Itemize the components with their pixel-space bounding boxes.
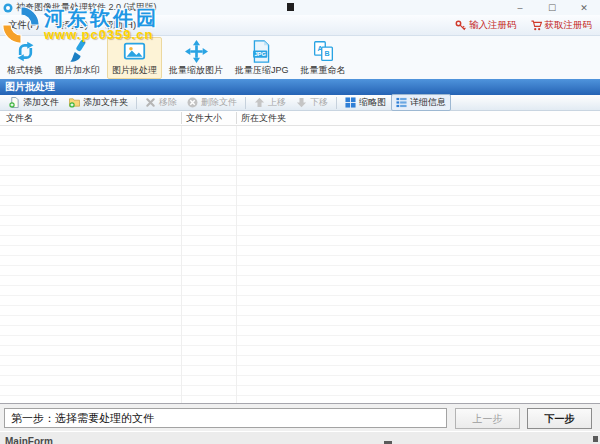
tool-batch-scale[interactable]: 批量缩放图片 bbox=[164, 37, 228, 79]
rename-letter-b: B bbox=[324, 50, 329, 57]
tool-label: 格式转换 bbox=[7, 64, 43, 77]
tool-compress-jpg[interactable]: JPG 批量压缩JPG bbox=[230, 37, 294, 79]
move-up-button[interactable]: 上移 bbox=[249, 94, 291, 111]
delete-file-button[interactable]: 删除文件 bbox=[182, 94, 242, 111]
key-icon bbox=[455, 20, 466, 31]
remove-button[interactable]: 移除 bbox=[140, 94, 182, 111]
column-gridline bbox=[181, 126, 182, 403]
jpg-badge-text: JPG bbox=[255, 51, 267, 57]
toolbar-separator bbox=[245, 97, 246, 109]
maximize-button[interactable]: ☐ bbox=[536, 0, 568, 15]
get-register-code-label: 获取注册码 bbox=[545, 19, 593, 32]
tool-label: 批量重命名 bbox=[301, 64, 346, 77]
minimize-button[interactable]: – bbox=[504, 0, 536, 15]
tool-format-convert[interactable]: 格式转换 bbox=[2, 37, 48, 79]
enter-register-code-link[interactable]: 输入注册码 bbox=[455, 19, 517, 32]
add-file-label: 添加文件 bbox=[23, 96, 59, 109]
previous-step-button[interactable]: 上一步 bbox=[455, 408, 520, 429]
background-window-title: MainForm bbox=[5, 435, 53, 444]
remove-icon bbox=[145, 97, 156, 108]
delete-file-icon bbox=[187, 97, 198, 108]
thumbnail-view-button[interactable]: 缩略图 bbox=[340, 94, 391, 111]
enter-register-code-label: 输入注册码 bbox=[469, 19, 517, 32]
batch-scale-icon bbox=[184, 40, 209, 63]
column-divider[interactable] bbox=[236, 112, 237, 124]
next-step-button[interactable]: 下一步 bbox=[527, 408, 592, 429]
thumbnail-view-label: 缩略图 bbox=[359, 96, 386, 109]
title-bar: 神奇图像批量处理软件 2.0 (试用版) – ☐ ✕ bbox=[0, 0, 600, 15]
format-convert-icon bbox=[13, 40, 38, 63]
move-down-button[interactable]: 下移 bbox=[291, 94, 333, 111]
register-area: 输入注册码 获取注册码 bbox=[455, 19, 592, 32]
toolbar-separator bbox=[136, 97, 137, 109]
section-header: 图片批处理 bbox=[0, 79, 600, 95]
move-up-label: 上移 bbox=[268, 96, 286, 109]
background-window-strip: MainForm bbox=[0, 431, 600, 444]
screenshot-artifact bbox=[593, 436, 598, 442]
batch-process-icon bbox=[122, 40, 147, 63]
wizard-bar: 第一步：选择需要处理的文件 上一步 下一步 bbox=[0, 403, 600, 431]
move-up-icon bbox=[254, 97, 265, 108]
column-divider[interactable] bbox=[181, 112, 182, 124]
batch-rename-icon: A B bbox=[311, 40, 336, 63]
cart-icon bbox=[531, 20, 542, 31]
move-down-icon bbox=[296, 97, 307, 108]
main-toolbar: 格式转换 图片加水印 图片批处理 批量缩 bbox=[0, 36, 600, 79]
file-list[interactable] bbox=[0, 126, 600, 403]
tool-batch-rename[interactable]: A B 批量重命名 bbox=[296, 37, 351, 79]
menu-bar: 文件(F) 转到(G) 帮助(H) 输入注册码 获取注册码 bbox=[0, 15, 600, 36]
menu-goto[interactable]: 转到(G) bbox=[47, 15, 96, 35]
app-window: 神奇图像批量处理软件 2.0 (试用版) – ☐ ✕ 文件(F) 转到(G) 帮… bbox=[0, 0, 600, 444]
close-button[interactable]: ✕ bbox=[568, 0, 600, 15]
tool-label: 批量缩放图片 bbox=[169, 64, 223, 77]
compress-jpg-icon: JPG bbox=[249, 40, 274, 63]
add-folder-button[interactable]: 添加文件夹 bbox=[64, 94, 133, 111]
move-down-label: 下移 bbox=[310, 96, 328, 109]
tool-label: 图片批处理 bbox=[112, 64, 157, 77]
add-file-icon bbox=[9, 97, 20, 108]
tool-label: 图片加水印 bbox=[55, 64, 100, 77]
toolbar-separator bbox=[336, 97, 337, 109]
add-folder-icon bbox=[69, 97, 80, 108]
details-view-button[interactable]: 详细信息 bbox=[391, 94, 451, 111]
thumbnail-view-icon bbox=[345, 97, 356, 108]
details-view-label: 详细信息 bbox=[410, 96, 446, 109]
menu-file[interactable]: 文件(F) bbox=[0, 15, 47, 35]
tool-add-watermark[interactable]: 图片加水印 bbox=[50, 37, 105, 79]
file-table-header: 文件名 文件大小 所在文件夹 bbox=[0, 111, 600, 126]
column-header-filesize[interactable]: 文件大小 bbox=[186, 111, 222, 125]
screenshot-artifact bbox=[287, 3, 294, 11]
column-gridline bbox=[236, 126, 237, 403]
column-header-filename[interactable]: 文件名 bbox=[6, 111, 33, 125]
add-file-button[interactable]: 添加文件 bbox=[4, 94, 64, 111]
tool-label: 批量压缩JPG bbox=[235, 64, 289, 77]
tool-batch-process[interactable]: 图片批处理 bbox=[107, 37, 162, 79]
column-header-folder[interactable]: 所在文件夹 bbox=[241, 111, 286, 125]
app-icon bbox=[3, 3, 13, 13]
file-toolbar: 添加文件 添加文件夹 移除 删除文件 bbox=[0, 95, 600, 111]
details-view-icon bbox=[396, 97, 407, 108]
get-register-code-link[interactable]: 获取注册码 bbox=[531, 19, 593, 32]
watermark-brush-icon bbox=[65, 40, 90, 63]
add-folder-label: 添加文件夹 bbox=[83, 96, 128, 109]
delete-file-label: 删除文件 bbox=[201, 96, 237, 109]
step-status-box: 第一步：选择需要处理的文件 bbox=[4, 408, 447, 428]
window-controls: – ☐ ✕ bbox=[504, 0, 600, 15]
menu-help[interactable]: 帮助(H) bbox=[96, 15, 144, 35]
window-title: 神奇图像批量处理软件 2.0 (试用版) bbox=[16, 1, 157, 14]
remove-label: 移除 bbox=[159, 96, 177, 109]
